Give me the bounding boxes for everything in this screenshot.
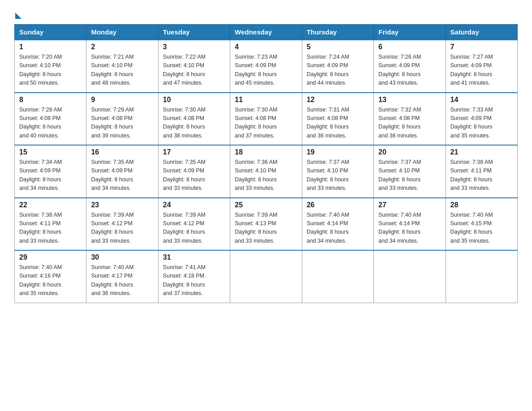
day-info: Sunrise: 7:38 AMSunset: 4:11 PMDaylight:… xyxy=(450,158,513,193)
day-number: 2 xyxy=(91,43,153,51)
day-info: Sunrise: 7:24 AMSunset: 4:09 PMDaylight:… xyxy=(307,53,369,88)
day-info: Sunrise: 7:32 AMSunset: 4:08 PMDaylight:… xyxy=(378,106,441,141)
day-info: Sunrise: 7:36 AMSunset: 4:10 PMDaylight:… xyxy=(235,158,297,193)
header-friday: Friday xyxy=(374,25,446,40)
day-number: 3 xyxy=(163,43,225,51)
header-thursday: Thursday xyxy=(302,25,373,40)
day-number: 11 xyxy=(235,96,297,104)
day-number: 17 xyxy=(163,148,225,156)
day-info: Sunrise: 7:23 AMSunset: 4:09 PMDaylight:… xyxy=(235,53,297,88)
day-cell-26: 26Sunrise: 7:40 AMSunset: 4:14 PMDayligh… xyxy=(302,198,373,251)
day-cell-12: 12Sunrise: 7:31 AMSunset: 4:08 PMDayligh… xyxy=(302,93,373,146)
day-number: 6 xyxy=(378,43,441,51)
logo-triangle-icon xyxy=(15,13,21,19)
day-cell-3: 3Sunrise: 7:22 AMSunset: 4:10 PMDaylight… xyxy=(158,40,230,93)
day-info: Sunrise: 7:31 AMSunset: 4:08 PMDaylight:… xyxy=(307,106,369,141)
empty-cell-w4-d5 xyxy=(374,250,446,303)
day-number: 5 xyxy=(307,43,369,51)
day-info: Sunrise: 7:40 AMSunset: 4:15 PMDaylight:… xyxy=(450,211,513,246)
header-wednesday: Wednesday xyxy=(230,25,302,40)
day-cell-30: 30Sunrise: 7:40 AMSunset: 4:17 PMDayligh… xyxy=(86,250,158,303)
day-info: Sunrise: 7:28 AMSunset: 4:08 PMDaylight:… xyxy=(19,106,82,141)
day-cell-14: 14Sunrise: 7:33 AMSunset: 4:09 PMDayligh… xyxy=(446,93,517,146)
day-number: 4 xyxy=(235,43,297,51)
day-cell-7: 7Sunrise: 7:27 AMSunset: 4:09 PMDaylight… xyxy=(446,40,517,93)
day-number: 8 xyxy=(19,96,82,104)
week-row-1: 1Sunrise: 7:20 AMSunset: 4:10 PMDaylight… xyxy=(15,40,518,93)
day-info: Sunrise: 7:29 AMSunset: 4:08 PMDaylight:… xyxy=(91,106,153,141)
day-info: Sunrise: 7:39 AMSunset: 4:13 PMDaylight:… xyxy=(235,211,297,246)
day-number: 24 xyxy=(163,201,225,209)
day-number: 7 xyxy=(450,43,513,51)
day-info: Sunrise: 7:37 AMSunset: 4:10 PMDaylight:… xyxy=(378,158,441,193)
week-row-4: 22Sunrise: 7:38 AMSunset: 4:11 PMDayligh… xyxy=(15,198,518,251)
day-number: 18 xyxy=(235,148,297,156)
day-info: Sunrise: 7:40 AMSunset: 4:14 PMDaylight:… xyxy=(378,211,441,246)
page-header xyxy=(14,11,518,17)
day-number: 26 xyxy=(307,201,369,209)
day-number: 31 xyxy=(163,253,225,261)
day-number: 16 xyxy=(91,148,153,156)
day-cell-29: 29Sunrise: 7:40 AMSunset: 4:16 PMDayligh… xyxy=(15,250,86,303)
header-saturday: Saturday xyxy=(446,25,517,40)
day-info: Sunrise: 7:27 AMSunset: 4:09 PMDaylight:… xyxy=(450,53,513,88)
day-cell-22: 22Sunrise: 7:38 AMSunset: 4:11 PMDayligh… xyxy=(15,198,86,251)
day-number: 9 xyxy=(91,96,153,104)
day-cell-25: 25Sunrise: 7:39 AMSunset: 4:13 PMDayligh… xyxy=(230,198,302,251)
day-info: Sunrise: 7:30 AMSunset: 4:08 PMDaylight:… xyxy=(163,106,225,141)
day-cell-19: 19Sunrise: 7:37 AMSunset: 4:10 PMDayligh… xyxy=(302,145,373,198)
day-cell-10: 10Sunrise: 7:30 AMSunset: 4:08 PMDayligh… xyxy=(158,93,230,146)
day-number: 22 xyxy=(19,201,82,209)
day-info: Sunrise: 7:26 AMSunset: 4:09 PMDaylight:… xyxy=(378,53,441,88)
day-number: 14 xyxy=(450,96,513,104)
day-info: Sunrise: 7:35 AMSunset: 4:09 PMDaylight:… xyxy=(163,158,225,193)
day-number: 23 xyxy=(91,201,153,209)
day-number: 10 xyxy=(163,96,225,104)
weekday-header-row: SundayMondayTuesdayWednesdayThursdayFrid… xyxy=(15,25,518,40)
day-cell-20: 20Sunrise: 7:37 AMSunset: 4:10 PMDayligh… xyxy=(374,145,446,198)
day-cell-23: 23Sunrise: 7:39 AMSunset: 4:12 PMDayligh… xyxy=(86,198,158,251)
day-cell-21: 21Sunrise: 7:38 AMSunset: 4:11 PMDayligh… xyxy=(446,145,517,198)
day-cell-28: 28Sunrise: 7:40 AMSunset: 4:15 PMDayligh… xyxy=(446,198,517,251)
day-cell-6: 6Sunrise: 7:26 AMSunset: 4:09 PMDaylight… xyxy=(374,40,446,93)
day-info: Sunrise: 7:40 AMSunset: 4:17 PMDaylight:… xyxy=(91,263,153,298)
day-cell-31: 31Sunrise: 7:41 AMSunset: 4:18 PMDayligh… xyxy=(158,250,230,303)
day-cell-24: 24Sunrise: 7:39 AMSunset: 4:12 PMDayligh… xyxy=(158,198,230,251)
day-cell-17: 17Sunrise: 7:35 AMSunset: 4:09 PMDayligh… xyxy=(158,145,230,198)
empty-cell-w4-d4 xyxy=(302,250,373,303)
header-monday: Monday xyxy=(86,25,158,40)
day-number: 20 xyxy=(378,148,441,156)
day-cell-4: 4Sunrise: 7:23 AMSunset: 4:09 PMDaylight… xyxy=(230,40,302,93)
day-cell-16: 16Sunrise: 7:35 AMSunset: 4:09 PMDayligh… xyxy=(86,145,158,198)
empty-cell-w4-d6 xyxy=(446,250,517,303)
day-info: Sunrise: 7:35 AMSunset: 4:09 PMDaylight:… xyxy=(91,158,153,193)
day-info: Sunrise: 7:33 AMSunset: 4:09 PMDaylight:… xyxy=(450,106,513,141)
day-info: Sunrise: 7:38 AMSunset: 4:11 PMDaylight:… xyxy=(19,211,82,246)
day-cell-9: 9Sunrise: 7:29 AMSunset: 4:08 PMDaylight… xyxy=(86,93,158,146)
day-number: 27 xyxy=(378,201,441,209)
day-info: Sunrise: 7:40 AMSunset: 4:14 PMDaylight:… xyxy=(307,211,369,246)
logo-top xyxy=(14,11,21,19)
day-cell-18: 18Sunrise: 7:36 AMSunset: 4:10 PMDayligh… xyxy=(230,145,302,198)
empty-cell-w4-d3 xyxy=(230,250,302,303)
day-info: Sunrise: 7:21 AMSunset: 4:10 PMDaylight:… xyxy=(91,53,153,88)
day-info: Sunrise: 7:20 AMSunset: 4:10 PMDaylight:… xyxy=(19,53,82,88)
day-info: Sunrise: 7:22 AMSunset: 4:10 PMDaylight:… xyxy=(163,53,225,88)
header-tuesday: Tuesday xyxy=(158,25,230,40)
day-info: Sunrise: 7:41 AMSunset: 4:18 PMDaylight:… xyxy=(163,263,225,298)
day-cell-2: 2Sunrise: 7:21 AMSunset: 4:10 PMDaylight… xyxy=(86,40,158,93)
week-row-2: 8Sunrise: 7:28 AMSunset: 4:08 PMDaylight… xyxy=(15,93,518,146)
day-cell-1: 1Sunrise: 7:20 AMSunset: 4:10 PMDaylight… xyxy=(15,40,86,93)
day-cell-13: 13Sunrise: 7:32 AMSunset: 4:08 PMDayligh… xyxy=(374,93,446,146)
day-number: 15 xyxy=(19,148,82,156)
day-cell-27: 27Sunrise: 7:40 AMSunset: 4:14 PMDayligh… xyxy=(374,198,446,251)
day-cell-8: 8Sunrise: 7:28 AMSunset: 4:08 PMDaylight… xyxy=(15,93,86,146)
day-number: 30 xyxy=(91,253,153,261)
week-row-3: 15Sunrise: 7:34 AMSunset: 4:09 PMDayligh… xyxy=(15,145,518,198)
day-number: 21 xyxy=(450,148,513,156)
day-info: Sunrise: 7:34 AMSunset: 4:09 PMDaylight:… xyxy=(19,158,82,193)
week-row-5: 29Sunrise: 7:40 AMSunset: 4:16 PMDayligh… xyxy=(15,250,518,303)
day-number: 25 xyxy=(235,201,297,209)
calendar-table: SundayMondayTuesdayWednesdayThursdayFrid… xyxy=(14,24,518,303)
day-info: Sunrise: 7:39 AMSunset: 4:12 PMDaylight:… xyxy=(91,211,153,246)
